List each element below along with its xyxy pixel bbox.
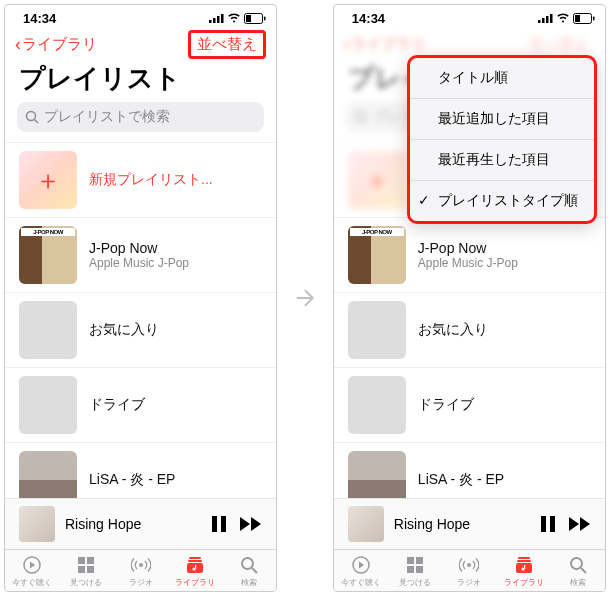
row-title: J-Pop Now (89, 240, 262, 256)
miniplayer-title: Rising Hope (394, 516, 531, 532)
svg-rect-10 (221, 516, 226, 532)
svg-rect-30 (575, 15, 580, 22)
svg-rect-26 (546, 16, 549, 23)
tab-browse[interactable]: 見つける (388, 555, 442, 588)
row-title: お気に入り (89, 321, 262, 339)
search-tab-icon (569, 556, 587, 574)
row-title: ドライブ (89, 396, 262, 414)
svg-rect-15 (87, 566, 94, 573)
tab-bar: 今すぐ聴く 見つける ラジオ ライブラリ 検索 (5, 549, 276, 591)
row-title: J-Pop Now (418, 240, 591, 256)
miniplayer-title: Rising Hope (65, 516, 202, 532)
svg-rect-5 (264, 16, 266, 20)
row-title: LiSA - 炎 - EP (418, 471, 591, 489)
tab-library[interactable]: ライブラリ (497, 555, 551, 588)
svg-rect-9 (212, 516, 217, 532)
tab-radio[interactable]: ラジオ (113, 555, 167, 588)
back-button[interactable]: ‹ ライブラリ (15, 34, 97, 55)
tab-listen-now[interactable]: 今すぐ聴く (334, 555, 388, 588)
search-tab-icon (240, 556, 258, 574)
svg-rect-2 (217, 16, 220, 23)
playlist-list: ＋ 新規プレイリスト... J-POP NOW J-Pop Now Apple … (5, 142, 276, 498)
svg-rect-25 (542, 18, 545, 23)
row-title: お気に入り (418, 321, 591, 339)
svg-rect-41 (518, 557, 530, 559)
thumb-lisa (348, 451, 406, 498)
sort-option-title[interactable]: タイトル順 (410, 58, 594, 99)
svg-rect-37 (416, 557, 423, 564)
status-time: 14:34 (352, 11, 385, 26)
miniplayer-art (19, 506, 55, 542)
svg-rect-38 (407, 566, 414, 573)
thumb-grid (348, 376, 406, 434)
tab-search[interactable]: 検索 (222, 555, 276, 588)
thumb-jpop: J-POP NOW (19, 226, 77, 284)
sort-option-playlist-type[interactable]: プレイリストタイプ順 (410, 181, 594, 221)
thumb-jpop: J-POP NOW (348, 226, 406, 284)
sort-option-recently-played[interactable]: 最近再生した項目 (410, 140, 594, 181)
tab-listen-now[interactable]: 今すぐ聴く (5, 555, 59, 588)
thumb-grid (348, 301, 406, 359)
list-item[interactable]: お気に入り (5, 293, 276, 368)
row-sub: Apple Music J-Pop (89, 256, 262, 270)
svg-rect-33 (541, 516, 546, 532)
wifi-icon (227, 13, 241, 23)
row-sub: Apple Music J-Pop (418, 256, 591, 270)
play-circle-icon (352, 556, 370, 574)
search-field[interactable]: プレイリストで検索 (17, 102, 264, 132)
library-icon (515, 556, 533, 574)
mini-player[interactable]: Rising Hope (334, 498, 605, 549)
sort-button[interactable]: 並べ替え (188, 30, 266, 59)
radio-icon (459, 556, 479, 574)
svg-rect-3 (221, 14, 224, 23)
tab-bar: 今すぐ聴く 見つける ラジオ ライブラリ 検索 (334, 549, 605, 591)
svg-rect-36 (407, 557, 414, 564)
tab-search[interactable]: 検索 (551, 555, 605, 588)
miniplayer-art (348, 506, 384, 542)
battery-icon (573, 13, 595, 24)
mini-player[interactable]: Rising Hope (5, 498, 276, 549)
pause-icon[interactable] (212, 516, 226, 532)
svg-line-8 (35, 120, 39, 124)
list-item[interactable]: ドライブ (334, 368, 605, 443)
tab-library[interactable]: ライブラリ (168, 555, 222, 588)
svg-point-22 (242, 558, 253, 569)
arrow-right-icon (291, 284, 319, 312)
list-item[interactable]: J-POP NOW J-Pop Now Apple Music J-Pop (5, 218, 276, 293)
phone-right: 14:34 ‹ ライブラリ 並べ替え プレイリスト プレイリストで検索 ＋ 新規… (333, 4, 606, 592)
svg-point-7 (27, 112, 36, 121)
svg-rect-14 (78, 566, 85, 573)
svg-point-40 (467, 563, 471, 567)
tab-radio[interactable]: ラジオ (442, 555, 496, 588)
status-right (538, 13, 595, 24)
grid-icon (406, 556, 424, 574)
svg-line-47 (581, 568, 586, 573)
phone-left: 14:34 ‹ ライブラリ 並べ替え プレイリスト プレイリストで検索 ＋ 新規… (4, 4, 277, 592)
play-circle-icon (23, 556, 41, 574)
list-item[interactable]: ドライブ (5, 368, 276, 443)
next-icon[interactable] (240, 517, 262, 531)
list-item[interactable]: J-POP NOW J-Pop Now Apple Music J-Pop (334, 218, 605, 293)
next-icon[interactable] (569, 517, 591, 531)
radio-icon (131, 556, 151, 574)
svg-rect-24 (538, 20, 541, 23)
pause-icon[interactable] (541, 516, 555, 532)
list-item-new[interactable]: ＋ 新規プレイリスト... (5, 142, 276, 218)
tab-browse[interactable]: 見つける (59, 555, 113, 588)
battery-icon (244, 13, 266, 24)
row-title: LiSA - 炎 - EP (89, 471, 262, 489)
search-icon (25, 110, 39, 124)
svg-rect-18 (188, 560, 202, 562)
status-bar: 14:34 (5, 5, 276, 27)
sort-option-recently-added[interactable]: 最近追加した項目 (410, 99, 594, 140)
svg-rect-17 (189, 557, 201, 559)
list-item[interactable]: LiSA - 炎 - EP (334, 443, 605, 498)
svg-rect-39 (416, 566, 423, 573)
thumb-new: ＋ (19, 151, 77, 209)
library-icon (186, 556, 204, 574)
list-item[interactable]: LiSA - 炎 - EP (5, 443, 276, 498)
back-label: ライブラリ (22, 35, 97, 54)
grid-icon (77, 556, 95, 574)
list-item[interactable]: お気に入り (334, 293, 605, 368)
signal-icon (538, 13, 553, 23)
